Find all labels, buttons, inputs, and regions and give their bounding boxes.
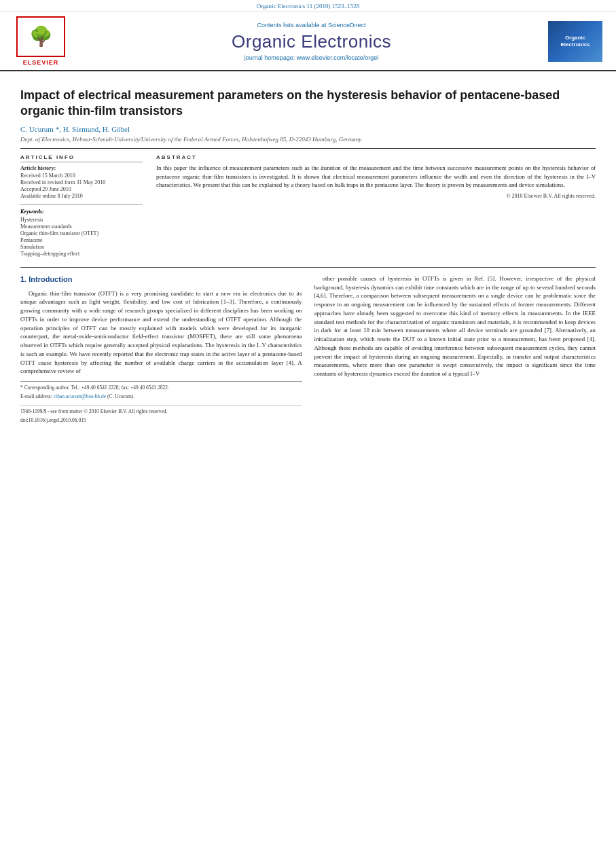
title-divider — [20, 148, 596, 149]
received-date: Received 15 March 2010 — [20, 173, 143, 179]
introduction-title: 1. Introduction — [20, 274, 302, 285]
received-revised-date: Received in revised form 31 May 2010 — [20, 179, 143, 185]
keyword-5: Simulation — [20, 244, 143, 250]
elsevier-wordmark: ELSEVIER — [23, 59, 59, 66]
journal-reference-bar: Organic Electronics 11 (2010) 1523–1528 — [0, 0, 616, 12]
keywords-section: Keywords: Hysteresis Measurement standar… — [20, 204, 143, 257]
body-right-column: other possible causes of hysteresis in O… — [314, 274, 596, 426]
email-address[interactable]: cihan.ucurum@hsu-hh.de — [54, 393, 106, 399]
affiliation-line: Dept. of Electronics, Helmut-Schmidt-Uni… — [20, 136, 596, 143]
elsevier-logo-box: 🌳 — [16, 16, 65, 57]
email-label: E-mail address: — [20, 393, 52, 399]
body-left-column: 1. Introduction Organic thin-film transi… — [20, 274, 302, 426]
article-info-header: ARTICLE INFO — [20, 154, 143, 162]
accepted-date: Accepted 20 June 2010 — [20, 186, 143, 192]
doi-line: doi:10.1016/j.orgel.2010.06.015 — [20, 417, 302, 425]
journal-header-center: Contents lists available at ScienceDirec… — [75, 22, 548, 61]
intro-para-1: Organic thin-film transistor (OTFT) is a… — [20, 289, 302, 376]
journal-header: 🌳 ELSEVIER Contents lists available at S… — [0, 12, 616, 71]
available-online-date: Available online 8 July 2010 — [20, 193, 143, 199]
contents-available-label: Contents lists available at — [257, 22, 326, 29]
article-history-section: Article history: Received 15 March 2010 … — [20, 165, 143, 199]
journal-homepage-line: journal homepage: www.elsevier.com/locat… — [75, 54, 548, 61]
abstract-column: ABSTRACT In this paper the influence of … — [156, 154, 596, 257]
keyword-4: Pentacene — [20, 237, 143, 243]
journal-title: Organic Electronics — [75, 31, 548, 52]
email-note: (C. Ucurum). — [107, 393, 134, 399]
keyword-6: Trapping–detrapping effect — [20, 251, 143, 257]
issn-line: 1566-1199/$ - see front matter © 2010 El… — [20, 408, 302, 416]
footer-footnotes: * Corresponding author. Tel.: +49 40 654… — [20, 381, 302, 425]
article-info-abstract-section: ARTICLE INFO Article history: Received 1… — [20, 154, 596, 257]
keyword-2: Measurement standards — [20, 223, 143, 230]
science-direct-line: Contents lists available at ScienceDirec… — [75, 22, 548, 29]
article-info-column: ARTICLE INFO Article history: Received 1… — [20, 154, 143, 257]
abstract-text: In this paper the influence of measureme… — [156, 164, 596, 190]
homepage-label: journal homepage: — [244, 54, 297, 61]
elsevier-logo: 🌳 ELSEVIER — [14, 16, 68, 66]
footer-bottom: 1566-1199/$ - see front matter © 2010 El… — [20, 405, 302, 425]
authors-line: C. Ucurum *, H. Siemund, H. Göbel — [20, 125, 596, 133]
journal-logo-title: OrganicElectronics — [560, 35, 590, 48]
journal-reference-text: Organic Electronics 11 (2010) 1523–1528 — [257, 3, 359, 10]
body-section: 1. Introduction Organic thin-film transi… — [20, 267, 596, 426]
elsevier-tree-icon: 🌳 — [29, 27, 53, 46]
keywords-label: Keywords: — [20, 209, 143, 215]
journal-logo-right: OrganicElectronics — [548, 21, 602, 62]
science-direct-link[interactable]: ScienceDirect — [328, 22, 366, 29]
intro-para-2: other possible causes of hysteresis in O… — [314, 274, 596, 378]
keyword-3: Organic thin-film transistor (OTFT) — [20, 230, 143, 236]
keyword-1: Hysteresis — [20, 217, 143, 223]
copyright-line: © 2010 Elsevier B.V. All rights reserved… — [156, 193, 596, 199]
footnote-star-line: * Corresponding author. Tel.: +49 40 654… — [20, 384, 302, 392]
paper-title: Impact of electrical measurement paramet… — [20, 88, 596, 120]
article-history-label: Article history: — [20, 165, 143, 171]
footnote-email-line: E-mail address: cihan.ucurum@hsu-hh.de (… — [20, 393, 302, 401]
homepage-url[interactable]: www.elsevier.com/locate/orgel — [297, 54, 379, 61]
abstract-header: ABSTRACT — [156, 154, 596, 160]
body-two-columns: 1. Introduction Organic thin-film transi… — [20, 274, 596, 426]
main-content: Impact of electrical measurement paramet… — [0, 71, 616, 440]
